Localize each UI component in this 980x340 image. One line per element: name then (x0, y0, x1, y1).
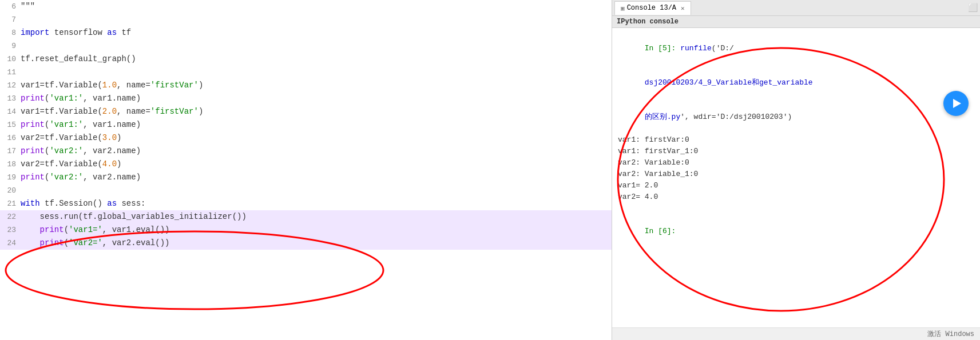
line-content-13: print('var1:', var1.name) (21, 92, 612, 105)
console-runfile: runfile (680, 44, 712, 53)
line-number-14: 14 (0, 106, 21, 118)
code-editor: 6 """ 7 8 import tensorflow as tf 9 10 t… (0, 0, 612, 340)
console-prompt-6: In [6]: (645, 227, 676, 235)
console-line-1: In [5]: runfile('D:/ (618, 31, 974, 66)
line-number-7: 7 (0, 14, 21, 26)
console-icon: ▣ (621, 5, 625, 12)
line-number-20: 20 (0, 185, 21, 197)
code-line-7: 7 (0, 13, 612, 26)
code-line-15: 15 print('var1:', var1.name) (0, 118, 612, 131)
ipython-console-panel: ▣ Console 13/A ✕ ⬜ IPython console In [5… (612, 0, 980, 340)
code-line-24: 24 print('var2=', var2.eval()) (0, 237, 612, 250)
code-line-17: 17 print('var2:', var2.name) (0, 145, 612, 158)
code-line-21: 21 with tf.Session() as sess: (0, 197, 612, 210)
code-line-18: 18 var2=tf.Variable(4.0) (0, 158, 612, 171)
code-line-20: 20 (0, 184, 612, 197)
code-line-16: 16 var2=tf.Variable(3.0) (0, 131, 612, 145)
line-number-18: 18 (0, 158, 21, 171)
console-body[interactable]: In [5]: runfile('D:/ dsj20010203/4_9_Var… (612, 28, 980, 327)
windows-activation-notice: 激活 Windows (612, 327, 980, 340)
line-content-15: print('var1:', var1.name) (21, 118, 612, 131)
line-content-24: print('var2=', var2.eval()) (21, 237, 612, 249)
console-in6: In [6]: (618, 214, 974, 249)
line-content-8: import tensorflow as tf (21, 26, 612, 39)
code-line-9: 9 (0, 39, 612, 53)
console-title: IPython console (617, 18, 679, 26)
line-number-10: 10 (0, 53, 21, 66)
code-line-11: 11 (0, 66, 612, 79)
line-number-19: 19 (0, 171, 21, 184)
code-area: 6 """ 7 8 import tensorflow as tf 9 10 t… (0, 0, 612, 250)
console-header: IPython console (612, 16, 980, 28)
line-number-13: 13 (0, 93, 21, 105)
code-line-22: 22 sess.run(tf.global_variables_initiali… (0, 210, 612, 223)
maximize-icon[interactable]: ⬜ (968, 3, 978, 13)
line-number-17: 17 (0, 145, 21, 158)
line-content-17: print('var2:', var2.name) (21, 145, 612, 157)
console-path2: 的区别.py (645, 113, 680, 121)
console-output-6: var2= 4.0 (618, 191, 974, 203)
line-number-8: 8 (0, 27, 21, 39)
code-line-8: 8 import tensorflow as tf (0, 26, 612, 39)
line-content-22: sess.run(tf.global_variables_initializer… (21, 210, 612, 223)
line-content-10: tf.reset_default_graph() (21, 53, 612, 65)
code-line-6: 6 """ (0, 0, 612, 13)
line-content-12: var1=tf.Variable(1.0, name='firstVar') (21, 79, 612, 91)
line-number-11: 11 (0, 66, 21, 79)
code-line-12: 12 var1=tf.Variable(1.0, name='firstVar'… (0, 79, 612, 92)
line-content-14: var1=tf.Variable(2.0, name='firstVar') (21, 105, 612, 118)
run-button[interactable] (943, 91, 969, 116)
line-content-6: """ (21, 0, 612, 13)
line-number-16: 16 (0, 132, 21, 145)
line-number-6: 6 (0, 1, 21, 13)
console-runfile-args: ('D:/ (712, 44, 734, 53)
line-content-21: with tf.Session() as sess: (21, 197, 612, 210)
console-output-4: var2: Variable_1:0 (618, 169, 974, 180)
console-wdir: ', wdir='D:/dsj20010203') (680, 113, 792, 121)
line-number-12: 12 (0, 79, 21, 92)
line-content-7 (21, 13, 612, 26)
code-line-23: 23 print('var1=', var1.eval()) (0, 223, 612, 237)
line-number-21: 21 (0, 198, 21, 210)
code-line-14: 14 var1=tf.Variable(2.0, name='firstVar'… (0, 105, 612, 118)
console-tabs-bar: ▣ Console 13/A ✕ ⬜ (612, 0, 980, 16)
line-content-11 (21, 66, 612, 78)
code-line-13: 13 print('var1:', var1.name) (0, 92, 612, 105)
console-line-2: dsj20010203/4_9_Variable和get_variable (618, 66, 974, 100)
console-tab[interactable]: ▣ Console 13/A ✕ (614, 1, 691, 15)
console-blank (618, 203, 974, 214)
console-output-1: var1: firstVar:0 (618, 134, 974, 146)
console-path1: dsj20010203/4_9_Variable和get_variable (645, 78, 813, 87)
line-content-9 (21, 39, 612, 52)
console-output-2: var1: firstVar_1:0 (618, 146, 974, 157)
line-number-22: 22 (0, 211, 21, 223)
code-line-10: 10 tf.reset_default_graph() (0, 53, 612, 66)
line-number-23: 23 (0, 224, 21, 237)
line-content-16: var2=tf.Variable(3.0) (21, 131, 612, 144)
line-content-19: print('var2:', var2.name) (21, 171, 612, 183)
console-line-3: 的区别.py', wdir='D:/dsj20010203') (618, 100, 974, 134)
line-number-15: 15 (0, 119, 21, 131)
line-number-9: 9 (0, 40, 21, 53)
console-output-3: var2: Variable:0 (618, 157, 974, 169)
windows-activation-text: 激活 Windows (927, 330, 974, 338)
line-content-20 (21, 184, 612, 197)
console-output-5: var1= 2.0 (618, 180, 974, 191)
line-content-23: print('var1=', var1.eval()) (21, 223, 612, 236)
console-in5: In [5]: (645, 44, 680, 53)
console-tab-label: Console 13/A (627, 4, 676, 12)
line-number-24: 24 (0, 237, 21, 250)
line-content-18: var2=tf.Variable(4.0) (21, 158, 612, 170)
code-line-19: 19 print('var2:', var2.name) (0, 171, 612, 184)
console-tab-close[interactable]: ✕ (681, 5, 685, 12)
